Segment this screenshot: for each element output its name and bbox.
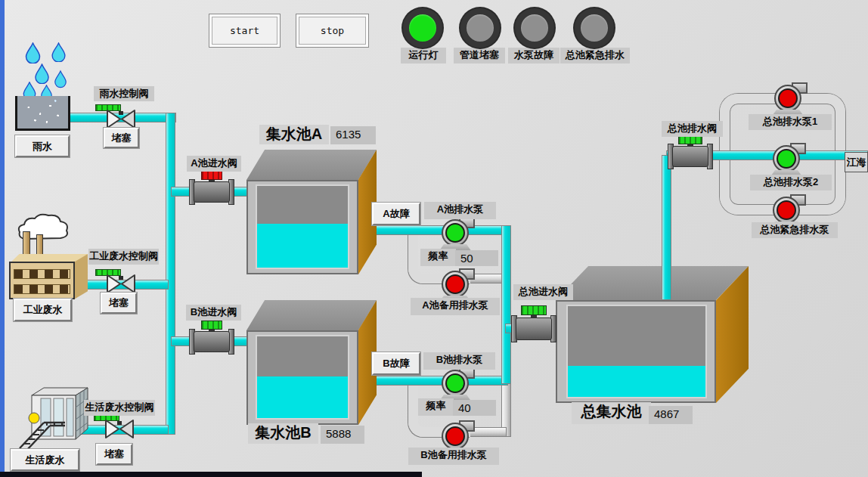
- pump-body: [773, 197, 800, 224]
- valve-main-pool-inlet[interactable]: [511, 305, 556, 343]
- factory-icon: [9, 262, 75, 299]
- emergency-drain-light: [575, 8, 614, 48]
- tank-b-top: [246, 300, 377, 330]
- pipe-main-pool-riser: [662, 155, 671, 300]
- tank-a-chamber: [256, 184, 349, 269]
- pump-main-2[interactable]: [773, 145, 800, 172]
- main-tank-title: 总集水池: [572, 402, 651, 424]
- main-pool-inlet-valve-label: 总池进水阀: [513, 284, 573, 300]
- factory-windows: [14, 284, 70, 294]
- pump-body: [442, 370, 469, 397]
- pump-status-light: [445, 223, 465, 243]
- window-bottom-edge: [0, 472, 422, 477]
- pump-status-light: [777, 200, 796, 220]
- pump-fault-label: 水泵故障: [508, 48, 560, 63]
- tank-b-chamber: [256, 335, 349, 420]
- pump-main-2-label: 总池排水泵2: [750, 175, 832, 190]
- valve-tank-b-inlet[interactable]: [189, 321, 234, 357]
- raindrop-icon: [24, 42, 42, 63]
- industrial-blockage-indicator: 堵塞: [101, 293, 137, 314]
- outfall-label: 江海: [845, 152, 868, 172]
- rain-basin: [15, 96, 70, 131]
- domestic-source-label: 生活废水: [11, 449, 79, 471]
- domestic-valve-label: 生活废水控制阀: [84, 400, 155, 416]
- main-tank-top: [556, 266, 749, 300]
- valve-domestic-control[interactable]: [104, 413, 136, 440]
- pump-fault-light: [515, 8, 554, 48]
- pump-status-light: [445, 426, 465, 446]
- tank-a-title: 集水池A: [259, 125, 329, 144]
- valve-indicator: [521, 305, 547, 315]
- valve-indicator: [201, 171, 222, 180]
- pump-b-backup-label: B池备用排水泵: [408, 448, 499, 465]
- pump-a-main-label: A池排水泵: [424, 202, 496, 219]
- pump-b-main-label: B池排水泵: [423, 352, 495, 370]
- valve-rain-control[interactable]: [106, 103, 138, 130]
- pump-b-main[interactable]: [442, 370, 469, 397]
- pump-status-light: [778, 88, 798, 108]
- factory-windows: [14, 269, 70, 279]
- freq-b-value: 40: [453, 400, 496, 416]
- tank-b-level-value: 5888: [321, 426, 364, 444]
- pipe-tank-a-outlet: [370, 225, 508, 235]
- main-tank-chamber: [566, 305, 707, 398]
- valve-body: [194, 181, 230, 203]
- fault-a-indicator: A故障: [372, 203, 420, 225]
- pump-a-backup[interactable]: [442, 271, 469, 298]
- gate-valve-icon: [106, 274, 136, 294]
- raindrop-icon: [51, 42, 66, 62]
- raindrop-icon: [54, 70, 67, 88]
- pump-main-1[interactable]: [774, 85, 801, 112]
- pump-body: [442, 219, 469, 246]
- stop-button[interactable]: stop: [296, 14, 369, 48]
- pump-main-emergency[interactable]: [773, 197, 800, 224]
- fault-b-indicator: B故障: [372, 352, 420, 375]
- pipe-blockage-label: 管道堵塞: [454, 48, 505, 63]
- window-left-edge: [0, 0, 5, 477]
- emergency-drain-label: 总池紧急排水: [560, 48, 630, 63]
- tank-a-water: [257, 224, 348, 268]
- valve-main-pool-drain[interactable]: [668, 135, 713, 171]
- main-tank-level-value: 4867: [649, 406, 693, 424]
- pump-body: [774, 85, 801, 112]
- valve-tank-a-inlet[interactable]: [189, 171, 234, 207]
- pump-main-1-label: 总池排水泵1: [749, 114, 832, 130]
- valve-industrial-control[interactable]: [106, 268, 138, 295]
- pump-main-emergency-label: 总池紧急排水泵: [752, 222, 838, 238]
- tank-b-water: [257, 376, 348, 418]
- pump-status-light: [777, 149, 796, 169]
- run-light: [403, 8, 442, 48]
- house-icon: [18, 382, 90, 454]
- raindrop-icon: [35, 63, 49, 84]
- tank-b-title: 集水池B: [248, 423, 318, 444]
- rain-source-label: 雨水: [15, 135, 70, 157]
- gate-valve-icon: [106, 109, 136, 129]
- pump-body: [773, 145, 800, 172]
- pipe-tank-b-outlet: [370, 376, 508, 386]
- tank-a-top: [246, 150, 377, 180]
- pump-b-backup[interactable]: [442, 423, 469, 450]
- valve-body: [194, 331, 230, 352]
- tank-a-level-value: 6135: [330, 126, 376, 144]
- valve-indicator: [201, 321, 222, 330]
- main-tank-water: [568, 366, 705, 397]
- pipe-blockage-light: [460, 8, 500, 48]
- pipe-collector: [501, 225, 511, 384]
- run-light-label: 运行灯: [401, 48, 446, 63]
- industrial-source-label: 工业废水: [14, 299, 72, 321]
- pump-a-backup-label: A池备用排水泵: [411, 298, 500, 315]
- freq-b-label: 频率: [418, 398, 454, 416]
- industrial-valve-label: 工业废水控制阀: [88, 249, 159, 265]
- freq-a-value: 50: [455, 250, 498, 266]
- pipe-inlet-trunk: [166, 113, 175, 435]
- pump-body: [442, 423, 469, 450]
- tank-a-inlet-valve-label: A池进水阀: [187, 156, 241, 172]
- rain-valve-label: 雨水控制阀: [94, 86, 154, 101]
- pump-a-main[interactable]: [442, 219, 469, 246]
- main-pool-drain-valve-label: 总池排水阀: [662, 121, 723, 137]
- pump-status-light: [445, 373, 465, 393]
- domestic-blockage-indicator: 堵塞: [96, 444, 132, 465]
- tank-b-inlet-valve-label: B池进水阀: [186, 305, 241, 321]
- rain-blockage-indicator: 堵塞: [104, 128, 139, 148]
- start-button[interactable]: start: [209, 14, 281, 48]
